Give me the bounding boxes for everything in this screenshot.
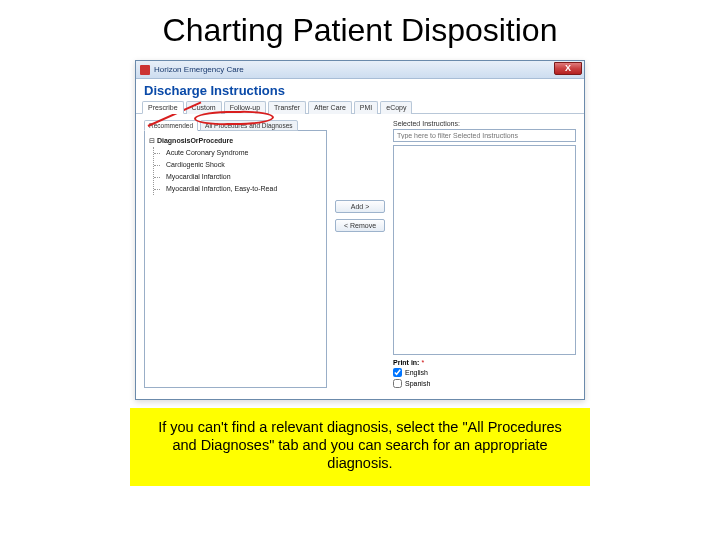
- lang-english-label: English: [405, 369, 428, 376]
- checkbox-english[interactable]: [393, 368, 402, 377]
- subtab-recommended[interactable]: Recommended: [144, 120, 198, 131]
- close-button[interactable]: X: [554, 62, 582, 75]
- lang-spanish-label: Spanish: [405, 380, 430, 387]
- app-window: Horizon Emergency Care X Discharge Instr…: [135, 60, 585, 400]
- transfer-buttons: Add > < Remove: [335, 120, 385, 388]
- slide-caption: If you can't find a relevant diagnosis, …: [130, 408, 590, 486]
- tree-item[interactable]: Cardiogenic Shock: [166, 159, 324, 171]
- right-pane: Selected Instructions: Print in: * Engli…: [393, 120, 576, 388]
- print-in-row: Print in: *: [393, 359, 576, 366]
- tab-aftercare[interactable]: After Care: [308, 101, 352, 114]
- content-area: Recommended All Procedures and Diagnoses…: [136, 114, 584, 394]
- selected-instructions-label: Selected Instructions:: [393, 120, 576, 127]
- subtab-all-procedures[interactable]: All Procedures and Diagnoses: [200, 120, 297, 131]
- required-asterisk: *: [421, 359, 424, 366]
- tree-item[interactable]: Myocardial Infarction, Easy-to-Read: [166, 183, 324, 195]
- left-pane: Recommended All Procedures and Diagnoses…: [144, 120, 327, 388]
- add-button[interactable]: Add >: [335, 200, 385, 213]
- app-icon: [140, 65, 150, 75]
- tab-ecopy[interactable]: eCopy: [380, 101, 412, 114]
- tree-item[interactable]: Myocardial Infarction: [166, 171, 324, 183]
- titlebar: Horizon Emergency Care X: [136, 61, 584, 79]
- selected-instructions-list[interactable]: [393, 145, 576, 355]
- remove-button[interactable]: < Remove: [335, 219, 385, 232]
- tab-prescribe[interactable]: Prescribe: [142, 101, 184, 114]
- slide-title: Charting Patient Disposition: [0, 12, 720, 49]
- lang-spanish-row: Spanish: [393, 379, 576, 388]
- filter-input[interactable]: [393, 129, 576, 142]
- tab-transfer[interactable]: Transfer: [268, 101, 306, 114]
- sub-tabs: Recommended All Procedures and Diagnoses: [144, 120, 327, 131]
- tree-root-node[interactable]: DiagnosisOrProcedure: [149, 135, 324, 147]
- print-in-label: Print in:: [393, 359, 419, 366]
- checkbox-spanish[interactable]: [393, 379, 402, 388]
- section-heading: Discharge Instructions: [136, 79, 584, 100]
- lang-english-row: English: [393, 368, 576, 377]
- tree-item[interactable]: Acute Coronary Syndrome: [166, 147, 324, 159]
- window-title: Horizon Emergency Care: [154, 65, 244, 74]
- tab-followup[interactable]: Follow-up: [224, 101, 266, 114]
- tab-custom[interactable]: Custom: [186, 101, 222, 114]
- diagnosis-tree[interactable]: DiagnosisOrProcedure Acute Coronary Synd…: [144, 130, 327, 388]
- tab-pmi[interactable]: PMI: [354, 101, 378, 114]
- main-tabs: Prescribe Custom Follow-up Transfer Afte…: [136, 100, 584, 114]
